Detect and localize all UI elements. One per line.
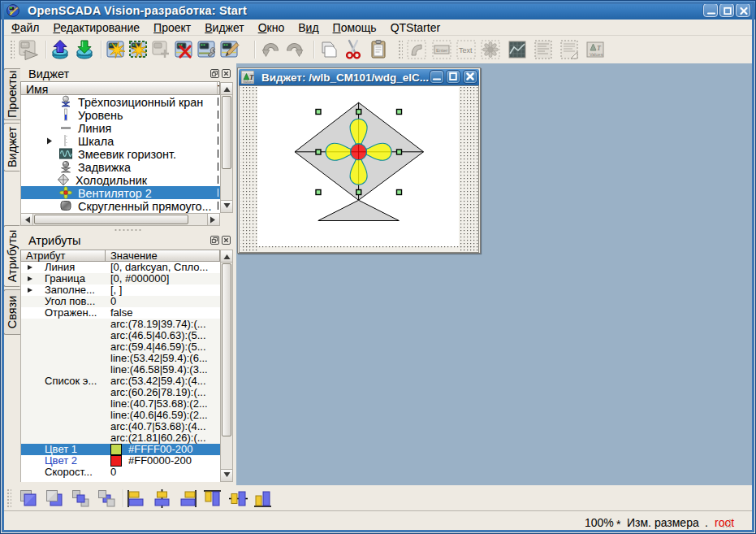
svg-text:Text: Text <box>459 46 473 54</box>
svg-text:Values: Values <box>590 52 603 57</box>
svg-text:Values: Values <box>243 80 254 84</box>
svg-text:Enter: Enter <box>436 48 447 53</box>
